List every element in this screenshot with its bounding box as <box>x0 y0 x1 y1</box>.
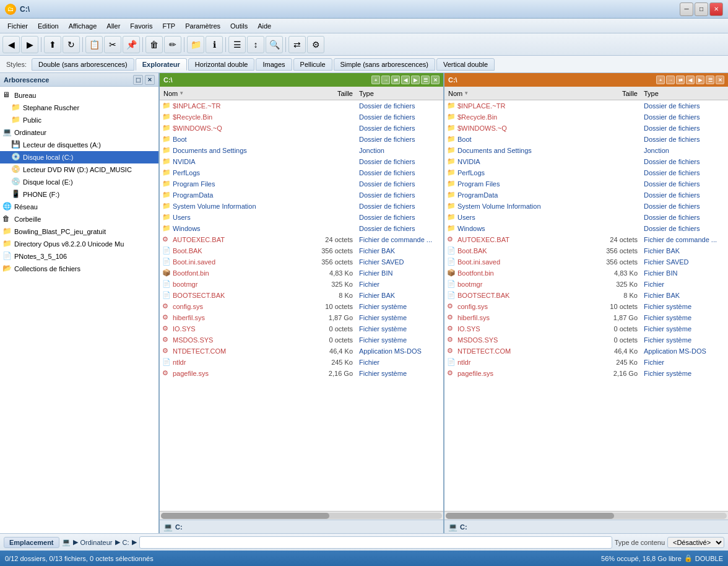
file-row[interactable]: ⚙MSDOS.SYS0 octetsFichier système <box>160 334 443 346</box>
menu-aller[interactable]: Aller <box>102 21 125 31</box>
left-scrollbar-x[interactable] <box>160 511 443 520</box>
left-panel-menu[interactable]: ☰ <box>421 76 430 84</box>
right-scrollbar-track[interactable] <box>446 513 727 519</box>
right-file-list[interactable]: 📁$INPLACE.~TRDossier de fichiers📁$Recycl… <box>444 100 728 511</box>
file-row[interactable]: 📄BOOTSECT.BAK8 KoFichier BAK <box>160 290 443 301</box>
file-row[interactable]: 📁$WINDOWS.~QDossier de fichiers <box>160 123 443 134</box>
refresh-button[interactable]: ↻ <box>63 36 80 53</box>
menu-fichier[interactable]: Fichier <box>2 21 33 31</box>
menu-affichage[interactable]: Affichage <box>64 21 102 31</box>
back-button[interactable]: ◀ <box>2 36 20 53</box>
file-row[interactable]: 📁WindowsDossier de fichiers <box>160 223 443 234</box>
arborescence-content[interactable]: 🖥 Bureau 📁 Stephane Ruscher 📁 Public 💻 O… <box>0 87 158 533</box>
up-button[interactable]: ⬆ <box>44 36 61 53</box>
tree-item-disque-c[interactable]: 💿 Disque local (C:) <box>0 151 158 163</box>
file-row[interactable]: 📁$WINDOWS.~QDossier de fichiers <box>444 123 728 134</box>
tree-item-corbeille[interactable]: 🗑 Corbeille <box>0 213 158 225</box>
file-row[interactable]: ⚙AUTOEXEC.BAT24 octetsFichier de command… <box>444 234 728 245</box>
left-file-list[interactable]: 📁$INPLACE.~TRDossier de fichiers📁$Recycl… <box>160 100 443 511</box>
tree-item-collections[interactable]: 📂 Collections de fichiers <box>0 263 158 275</box>
file-row[interactable]: 📁BootDossier de fichiers <box>160 134 443 145</box>
file-row[interactable]: 📁UsersDossier de fichiers <box>160 212 443 223</box>
file-row[interactable]: ⚙NTDETECT.COM46,4 KoApplication MS-DOS <box>444 346 728 357</box>
paste-button[interactable]: 📌 <box>123 36 140 53</box>
tree-item-stephane[interactable]: 📁 Stephane Ruscher <box>0 102 158 114</box>
rename-button[interactable]: ✏ <box>164 36 181 53</box>
file-row[interactable]: 📄Boot.ini.saved356 octetsFichier SAVED <box>444 256 728 268</box>
file-row[interactable]: 📄Boot.BAK356 octetsFichier BAK <box>444 245 728 256</box>
sort-button[interactable]: ↕ <box>247 36 264 53</box>
file-row[interactable]: 📁NVIDIADossier de fichiers <box>160 156 443 167</box>
right-panel-btn2[interactable]: → <box>666 76 675 84</box>
file-row[interactable]: ⚙pagefile.sys2,16 GoFichier système <box>444 368 728 379</box>
tree-item-pnotes[interactable]: 📄 PNotes_3_5_106 <box>0 250 158 263</box>
file-row[interactable]: ⚙hiberfil.sys1,87 GoFichier système <box>444 312 728 323</box>
tree-item-opus[interactable]: 📁 Directory Opus v8.2.2.0 Unicode Mu <box>0 238 158 250</box>
path-ordinateur[interactable]: Ordinateur <box>80 539 113 546</box>
right-col-name[interactable]: Nom ▼ <box>444 90 592 97</box>
file-row[interactable]: 📁$Recycle.BinDossier de fichiers <box>160 111 443 123</box>
style-tab-simple-sans[interactable]: Simple (sans arborescences) <box>334 58 435 71</box>
left-panel-btn4[interactable]: ◀ <box>401 76 410 84</box>
file-row[interactable]: 📁Documents and SettingsJonction <box>444 145 728 156</box>
right-panel-menu[interactable]: ☰ <box>706 76 714 84</box>
style-tab-horizontal-double[interactable]: Horizontal double <box>188 58 255 71</box>
file-row[interactable]: 📦Bootfont.bin4,83 KoFichier BIN <box>444 268 728 279</box>
tree-item-dvd-d[interactable]: 📀 Lecteur DVD RW (D:) ACID_MUSIC <box>0 163 158 176</box>
file-row[interactable]: 📁System Volume InformationDossier de fic… <box>444 201 728 212</box>
menu-parametres[interactable]: Paramètres <box>180 21 225 31</box>
left-scrollbar-track[interactable] <box>161 513 442 519</box>
style-tab-pellicule[interactable]: Pellicule <box>293 58 332 71</box>
file-row[interactable]: ⚙pagefile.sys2,16 GoFichier système <box>160 368 443 379</box>
right-panel-btn3[interactable]: ⇄ <box>676 76 685 84</box>
file-row[interactable]: 📄ntldr245 KoFichier <box>160 357 443 368</box>
style-tab-double-sans[interactable]: Double (sans arborescences) <box>32 58 134 71</box>
file-row[interactable]: 📁NVIDIADossier de fichiers <box>444 156 728 167</box>
file-row[interactable]: ⚙IO.SYS0 octetsFichier système <box>444 323 728 334</box>
file-row[interactable]: 📁$Recycle.BinDossier de fichiers <box>444 111 728 123</box>
type-select[interactable]: <Désactivé> <box>667 537 724 548</box>
path-c[interactable]: C: <box>123 539 129 546</box>
tree-item-disquette-a[interactable]: 💾 Lecteur de disquettes (A:) <box>0 139 158 151</box>
file-row[interactable]: ⚙config.sys10 octetsFichier système <box>444 301 728 312</box>
close-button[interactable]: ✕ <box>709 2 723 16</box>
tree-item-disque-e[interactable]: 💿 Disque local (E:) <box>0 176 158 188</box>
file-row[interactable]: 📄Boot.BAK356 octetsFichier BAK <box>160 245 443 256</box>
menu-ftp[interactable]: FTP <box>157 21 180 31</box>
file-row[interactable]: 📁WindowsDossier de fichiers <box>444 223 728 234</box>
forward-button[interactable]: ▶ <box>21 36 38 53</box>
arborescence-detach-button[interactable]: ⬚ <box>133 75 143 85</box>
file-row[interactable]: 📁PerfLogsDossier de fichiers <box>160 167 443 178</box>
file-row[interactable]: ⚙AUTOEXEC.BAT24 octetsFichier de command… <box>160 234 443 245</box>
left-panel-btn2[interactable]: → <box>381 76 390 84</box>
tree-item-ordinateur[interactable]: 💻 Ordinateur <box>0 126 158 139</box>
cut-button[interactable]: ✂ <box>104 36 121 53</box>
file-row[interactable]: ⚙NTDETECT.COM46,4 KoApplication MS-DOS <box>160 346 443 357</box>
minimize-button[interactable]: ─ <box>680 2 693 16</box>
menu-favoris[interactable]: Favoris <box>125 21 157 31</box>
file-row[interactable]: 📄Boot.ini.saved356 octetsFichier SAVED <box>160 256 443 268</box>
left-panel-btn5[interactable]: ▶ <box>411 76 420 84</box>
arborescence-close-button[interactable]: ✕ <box>145 75 155 85</box>
right-col-size[interactable]: Taille <box>592 90 641 97</box>
file-row[interactable]: ⚙hiberfil.sys1,87 GoFichier système <box>160 312 443 323</box>
left-col-type[interactable]: Type <box>357 90 443 97</box>
right-panel-btn4[interactable]: ◀ <box>686 76 695 84</box>
file-row[interactable]: 📁UsersDossier de fichiers <box>444 212 728 223</box>
file-row[interactable]: 📁ProgramDataDossier de fichiers <box>444 189 728 201</box>
properties-button[interactable]: ℹ <box>206 36 223 53</box>
menu-edition[interactable]: Edition <box>33 21 64 31</box>
tools2-button[interactable]: ⚙ <box>307 36 324 53</box>
sync-button[interactable]: ⇄ <box>288 36 306 53</box>
file-row[interactable]: 📁Documents and SettingsJonction <box>160 145 443 156</box>
file-row[interactable]: 📦Bootfont.bin4,83 KoFichier BIN <box>160 268 443 279</box>
copy-button[interactable]: 📋 <box>85 36 103 53</box>
tree-item-reseau[interactable]: 🌐 Réseau <box>0 201 158 213</box>
file-row[interactable]: 📄ntldr245 KoFichier <box>444 357 728 368</box>
right-panel-close[interactable]: ✕ <box>716 76 724 84</box>
style-tab-vertical-double[interactable]: Vertical double <box>436 58 495 71</box>
tree-item-bureau[interactable]: 🖥 Bureau <box>0 89 158 102</box>
file-row[interactable]: ⚙MSDOS.SYS0 octetsFichier système <box>444 334 728 346</box>
file-row[interactable]: 📁$INPLACE.~TRDossier de fichiers <box>444 100 728 111</box>
tree-item-phone-f[interactable]: 📱 PHONE (F:) <box>0 188 158 201</box>
